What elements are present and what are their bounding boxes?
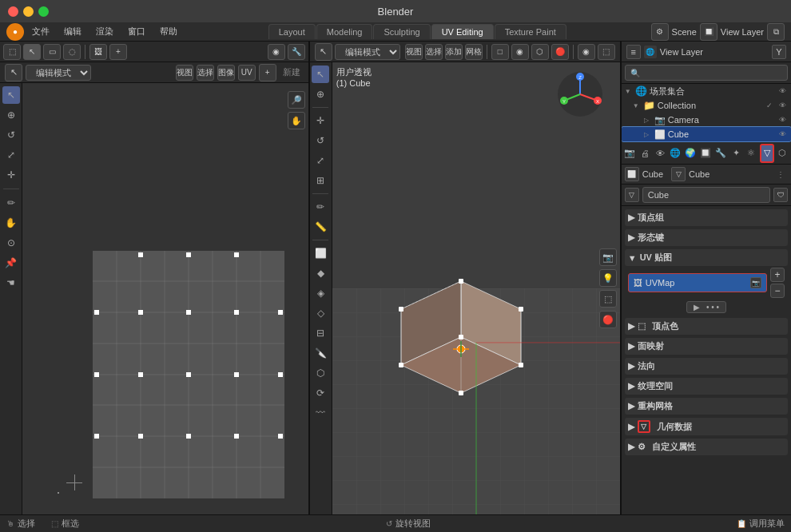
vp-viewport-icon[interactable]: ⬚: [599, 290, 617, 308]
vp-tool-cursor[interactable]: ⊕: [312, 85, 329, 103]
uv-lasso-icon[interactable]: ◌: [63, 44, 81, 60]
viewlayer-icon[interactable]: 🔲: [700, 23, 717, 41]
vis-eye[interactable]: 👁: [777, 85, 788, 97]
vp-tool-scale[interactable]: ⤢: [312, 152, 329, 169]
vis-eye3[interactable]: 👁: [777, 114, 788, 125]
prop-material-icon[interactable]: ⬡: [776, 144, 789, 163]
uv-mode-icon[interactable]: ↖: [5, 64, 22, 81]
section-vertex-colors-header[interactable]: ▶ ⬚ 顶点色: [625, 318, 788, 335]
prop-object-icon[interactable]: 🔲: [699, 144, 713, 163]
mesh-name-input[interactable]: [642, 187, 770, 203]
vp-shading-solid[interactable]: ◉: [511, 44, 529, 60]
vp-tool-move[interactable]: ✛: [312, 112, 329, 129]
uv-tool-icon[interactable]: 🔧: [288, 44, 305, 60]
vp-tool-select[interactable]: ↖: [312, 66, 329, 83]
prop-modifier-icon[interactable]: 🔧: [714, 144, 728, 163]
menu-help[interactable]: 帮助: [153, 24, 184, 39]
props-content[interactable]: ▶ 顶点组 ▶ 形态键 ▼ UV 贴图: [622, 206, 791, 514]
vp-tool-extrude[interactable]: ◆: [312, 264, 329, 282]
vp-overlay-btn[interactable]: ◉: [578, 44, 595, 60]
section-vertex-groups-header[interactable]: ▶ 顶点组: [625, 209, 788, 226]
uv-pan-icon[interactable]: ✋: [288, 112, 305, 129]
tab-layout[interactable]: Layout: [268, 24, 316, 39]
tree-item-scene-collection[interactable]: ▼ 🌐 场景集合 👁: [622, 84, 791, 98]
vp-mode-selector[interactable]: 编辑模式: [335, 44, 400, 60]
vp-mode-icon[interactable]: ↖: [315, 43, 332, 61]
menu-render[interactable]: 渲染: [89, 24, 120, 39]
viewport-canvas[interactable]: 用户透视 (1) Cube: [332, 62, 620, 514]
uvmap-remove-btn[interactable]: −: [770, 284, 785, 298]
vis-eye2[interactable]: 👁: [777, 100, 788, 111]
vp-tool-poly[interactable]: ⬡: [312, 364, 329, 382]
vp-tool-annotate[interactable]: ✏: [312, 198, 329, 216]
vp-shading-render[interactable]: 🔴: [551, 44, 569, 60]
uv-image-menu[interactable]: 图像: [217, 65, 235, 81]
tree-item-camera[interactable]: ▷ 📷 Camera 👁: [622, 113, 791, 127]
shield-icon[interactable]: 🛡: [773, 188, 788, 202]
uv-overlay-icon[interactable]: ◉: [268, 44, 285, 60]
vp-mesh-menu[interactable]: 网格: [465, 44, 483, 60]
tool-grab2[interactable]: ☚: [2, 274, 20, 292]
tab-sculpting[interactable]: Sculpting: [373, 24, 430, 39]
tab-modeling[interactable]: Modeling: [316, 24, 373, 39]
menu-file[interactable]: 文件: [26, 24, 56, 39]
uv-image-icon[interactable]: 🖼: [89, 44, 107, 60]
vp-add-menu[interactable]: 添加: [445, 44, 463, 60]
vp-xray-btn[interactable]: ⬚: [598, 44, 615, 60]
prop-world-icon[interactable]: 🌍: [684, 144, 698, 163]
prop-view-icon[interactable]: 👁: [654, 144, 667, 163]
vp-select-menu[interactable]: 选择: [425, 44, 443, 60]
uvmap-add-btn[interactable]: +: [770, 268, 785, 282]
props-filter-icon[interactable]: Y: [772, 45, 786, 59]
section-face-maps-header[interactable]: ▶ 面映射: [625, 338, 788, 355]
section-uv-maps-header[interactable]: ▼ UV 贴图: [625, 249, 788, 266]
tool-rotate[interactable]: ↺: [2, 126, 20, 144]
uv-mode-selector[interactable]: 编辑模式: [26, 65, 91, 81]
tool-scale[interactable]: ⤢: [2, 146, 20, 164]
vp-tool-loop[interactable]: ⊟: [312, 324, 329, 342]
vp-shading-wire[interactable]: □: [491, 44, 509, 60]
uv-view-menu[interactable]: 视图: [176, 65, 193, 81]
vp-tool-transform[interactable]: ⊞: [312, 172, 329, 189]
tool-grab[interactable]: ✋: [2, 214, 20, 232]
menu-edit[interactable]: 编辑: [58, 24, 88, 39]
vp-tool-knife[interactable]: 🔪: [312, 344, 329, 362]
section-shape-keys-header[interactable]: ▶ 形态键: [625, 229, 788, 246]
uv-uv-menu[interactable]: UV: [238, 65, 256, 81]
vp-camera-icon[interactable]: 📷: [599, 248, 617, 266]
section-texture-space-header[interactable]: ▶ 纹理空间: [625, 378, 788, 395]
menu-window[interactable]: 窗口: [121, 24, 152, 39]
axes-gizmo[interactable]: Z X Y: [556, 70, 604, 118]
copy-icon[interactable]: ⧉: [767, 23, 785, 41]
prop-particles-icon[interactable]: ✦: [729, 144, 743, 163]
prop-physics-icon[interactable]: ⚛: [745, 144, 758, 163]
vis-check[interactable]: ✓: [764, 100, 775, 111]
uv-select-menu[interactable]: 选择: [197, 65, 214, 81]
vp-tool-bevel[interactable]: ◇: [312, 304, 329, 322]
minimize-button[interactable]: [23, 6, 34, 17]
uvmap-more-btn[interactable]: ▶ • • •: [686, 301, 726, 313]
prop-data-icon[interactable]: ▽: [760, 144, 774, 163]
tool-unwrap[interactable]: ⊙: [2, 234, 20, 252]
uv-box-select-icon[interactable]: ▭: [43, 44, 61, 60]
props-options-icon[interactable]: ⋮: [773, 167, 788, 181]
uvmap-camera-icon[interactable]: 📷: [750, 277, 761, 288]
vp-tool-measure[interactable]: 📏: [312, 218, 329, 236]
outliner-search-input[interactable]: [643, 66, 782, 79]
section-geometry-data-header[interactable]: ▶ ▽ 几何数据: [625, 418, 788, 435]
vp-tool-rotate[interactable]: ↺: [312, 132, 329, 149]
maximize-button[interactable]: [38, 6, 49, 17]
vp-light-icon[interactable]: 💡: [599, 269, 617, 287]
uvmap-entry[interactable]: 🖼 UVMap 📷: [628, 273, 767, 292]
uv-new-icon[interactable]: +: [109, 44, 127, 60]
prop-render-icon[interactable]: 📷: [623, 144, 637, 163]
vis-eye4[interactable]: 👁: [777, 129, 788, 140]
uv-select-icon[interactable]: ⬚: [3, 44, 21, 60]
vp-tool-add-cube[interactable]: ⬜: [312, 244, 329, 262]
close-button[interactable]: [8, 6, 18, 17]
vp-tool-smooth[interactable]: 〰: [312, 404, 329, 422]
tool-annotate[interactable]: ✏: [2, 194, 20, 212]
section-custom-props-header[interactable]: ▶ ⚙ 自定义属性: [625, 439, 788, 455]
tab-texture-paint[interactable]: Texture Paint: [495, 24, 566, 39]
section-normals-header[interactable]: ▶ 法向: [625, 358, 788, 375]
